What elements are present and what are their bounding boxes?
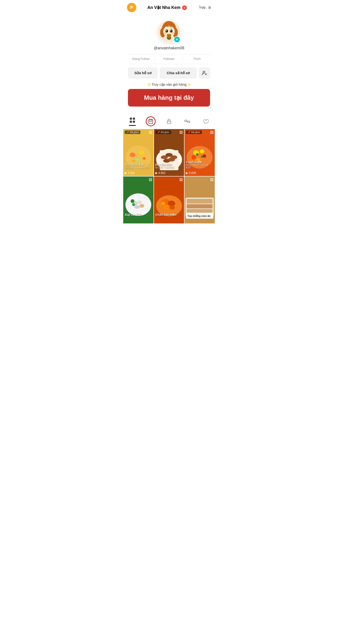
coins-display: ဂါ99 bbox=[198, 6, 206, 10]
stat-followers-label: Follower bbox=[163, 57, 175, 60]
svg-point-34 bbox=[140, 151, 144, 154]
shop-tab-circle bbox=[146, 116, 156, 126]
svg-point-11 bbox=[168, 33, 170, 34]
username: @anvatnhakem08 bbox=[154, 46, 184, 50]
pinned-badge-2: 📌 Đã ghim bbox=[156, 130, 171, 134]
promo-section: ✨Truy cập vào giỏ hàng✨ Mua hàng tại đây bbox=[127, 82, 211, 106]
add-friend-icon bbox=[202, 70, 207, 76]
header-title: An Vật Nha Kem 8 bbox=[136, 5, 198, 10]
private-icon-4: 🖼 bbox=[149, 178, 152, 182]
stat-likes[interactable]: Thích bbox=[183, 54, 211, 64]
video-thumb-1[interactable]: 📌 Đã ghim 🖼 Xúc Xích Xào TRỨNG VÀ RAU CỦ… bbox=[123, 129, 154, 176]
svg-point-56 bbox=[125, 194, 151, 216]
video-title-5: Chân Giò Hầm bbox=[156, 213, 183, 216]
svg-point-61 bbox=[140, 204, 144, 208]
stats-row: Đang Follow Follower Thích bbox=[127, 54, 211, 64]
svg-point-50 bbox=[192, 155, 196, 159]
svg-point-33 bbox=[130, 152, 135, 157]
header-actions: ဂါ99 ≡ bbox=[198, 5, 211, 10]
stat-following[interactable]: Đang Follow bbox=[127, 54, 155, 64]
video-thumb-6[interactable]: 🖼 Top những món ăn bbox=[184, 176, 215, 224]
private-icon-5: 🖼 bbox=[179, 178, 182, 182]
shop-button[interactable]: Mua hàng tại đây bbox=[128, 89, 210, 106]
svg-rect-22 bbox=[133, 118, 135, 120]
profile-section: + @anvatnhakem08 Đang Follow Follower Th… bbox=[123, 15, 215, 111]
video-title-1: Xúc Xích Xào TRỨNG VÀ RAU CỦ bbox=[125, 163, 152, 169]
video-views-1: ▶ 2.324 bbox=[125, 171, 135, 174]
lock-icon bbox=[166, 118, 172, 124]
notification-badge: 8 bbox=[182, 6, 187, 10]
heart-hands-icon bbox=[202, 118, 209, 124]
private-icon-2: 🖼 bbox=[179, 130, 182, 134]
svg-rect-73 bbox=[187, 204, 213, 208]
svg-point-35 bbox=[135, 158, 139, 161]
video-title-2: Đùi Gà Dim NƯỚC TƯƠNG bbox=[156, 163, 183, 169]
svg-point-68 bbox=[169, 205, 175, 210]
video-overlay-6: Top những món ăn bbox=[186, 213, 213, 219]
svg-point-8 bbox=[170, 30, 171, 31]
svg-point-10 bbox=[172, 32, 174, 34]
svg-point-45 bbox=[168, 158, 175, 162]
video-grid: 📌 Đã ghim 🖼 Xúc Xích Xào TRỨNG VÀ RAU CỦ… bbox=[123, 129, 215, 224]
svg-point-51 bbox=[202, 154, 206, 158]
svg-point-17 bbox=[170, 34, 171, 36]
tab-bar bbox=[123, 114, 215, 129]
edit-profile-button[interactable]: Sửa hồ sơ bbox=[128, 67, 158, 78]
stat-followers[interactable]: Follower bbox=[155, 54, 183, 64]
video-views-3: ▶ 5.636 bbox=[186, 171, 196, 174]
add-friend-button[interactable] bbox=[199, 67, 210, 78]
svg-point-69 bbox=[161, 202, 165, 205]
tab-shop[interactable] bbox=[142, 116, 160, 128]
stat-following-label: Đang Follow bbox=[132, 57, 150, 60]
svg-point-58 bbox=[137, 200, 142, 204]
svg-point-62 bbox=[134, 205, 140, 209]
svg-point-5 bbox=[166, 30, 168, 32]
svg-point-49 bbox=[200, 150, 204, 153]
svg-point-60 bbox=[132, 203, 135, 206]
svg-rect-28 bbox=[188, 121, 190, 123]
tab-collab[interactable] bbox=[178, 118, 196, 127]
avatar-container[interactable]: + bbox=[157, 20, 181, 43]
svg-point-13 bbox=[171, 27, 172, 28]
video-title-text-6: Top những món ăn bbox=[187, 214, 210, 217]
svg-point-7 bbox=[166, 30, 167, 31]
svg-rect-24 bbox=[133, 121, 135, 123]
private-icon-1: 🖼 bbox=[149, 130, 152, 134]
video-views-2: ▶ 4.802 bbox=[156, 171, 166, 174]
collab-icon bbox=[184, 118, 190, 124]
share-profile-button[interactable]: Chia sẻ hồ sơ bbox=[160, 67, 197, 78]
svg-point-67 bbox=[163, 205, 170, 209]
video-thumb-5[interactable]: 🖼 Chân Giò Hầm bbox=[154, 176, 184, 224]
svg-rect-72 bbox=[187, 199, 213, 204]
svg-point-36 bbox=[143, 157, 146, 160]
svg-point-37 bbox=[132, 160, 135, 162]
video-thumb-3[interactable]: 📌 Đã ghim 🖼 Canh Sườn NGÔ NGỌT VÀ CÀ RỐT… bbox=[184, 129, 215, 176]
svg-point-9 bbox=[164, 32, 166, 34]
bag-icon bbox=[148, 119, 153, 124]
tab-private[interactable] bbox=[160, 118, 178, 127]
tab-grid[interactable] bbox=[123, 117, 142, 128]
svg-rect-23 bbox=[130, 121, 132, 123]
svg-point-54 bbox=[201, 156, 203, 158]
svg-point-18 bbox=[203, 71, 205, 73]
grid-icon bbox=[129, 117, 136, 123]
svg-rect-26 bbox=[167, 121, 171, 124]
video-thumb-2[interactable]: 📌 Đã ghim 🖼 Đùi Gà Dim NƯỚC TƯƠNG ▶ 4.80… bbox=[154, 129, 184, 176]
promo-text: ✨Truy cập vào giỏ hàng✨ bbox=[128, 82, 210, 86]
pinned-badge-3: 📌 Đã ghim bbox=[186, 130, 202, 134]
video-title-4: Súp Lo Xào bbox=[125, 213, 152, 216]
video-thumb-4[interactable]: 🖼 Súp Lo Xào bbox=[123, 176, 154, 224]
profile-icon[interactable]: P bbox=[127, 3, 136, 12]
menu-icon[interactable]: ≡ bbox=[208, 5, 211, 10]
svg-point-53 bbox=[196, 153, 198, 156]
svg-rect-21 bbox=[130, 118, 132, 120]
action-buttons: Sửa hồ sơ Chia sẻ hồ sơ bbox=[127, 67, 211, 78]
tab-liked[interactable] bbox=[196, 118, 215, 127]
add-avatar-button[interactable]: + bbox=[174, 36, 180, 43]
pinned-badge-1: 📌 Đã ghim bbox=[125, 130, 140, 134]
svg-point-16 bbox=[167, 34, 169, 36]
svg-point-59 bbox=[130, 199, 134, 203]
svg-point-6 bbox=[170, 30, 172, 32]
private-icon-6: 🖼 bbox=[210, 178, 213, 182]
header: P An Vật Nha Kem 8 ဂါ99 ≡ bbox=[123, 0, 215, 15]
